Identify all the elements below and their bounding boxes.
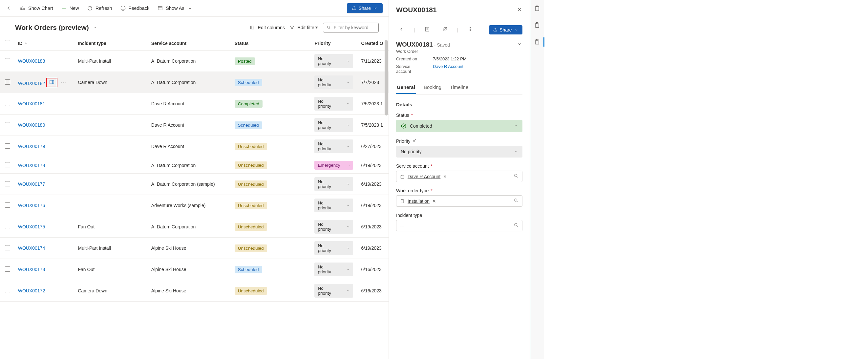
column-status[interactable]: Status (232, 36, 312, 51)
tab-timeline[interactable]: Timeline (449, 81, 469, 94)
panel-open-record-button[interactable] (422, 24, 433, 35)
filter-input[interactable] (334, 25, 375, 30)
priority-cell[interactable]: No priority (314, 220, 353, 234)
open-side-panel-button[interactable] (46, 78, 57, 87)
rail-item-1[interactable] (534, 5, 540, 13)
priority-cell[interactable]: No priority (314, 140, 353, 153)
work-order-id-link[interactable]: WOUX00178 (18, 163, 45, 168)
work-order-id-link[interactable]: WOUX00172 (18, 288, 45, 293)
priority-cell[interactable]: No priority (314, 54, 353, 68)
select-all-checkbox[interactable] (5, 40, 10, 45)
service-account-value[interactable]: Dave R Account (408, 174, 440, 179)
show-chart-button[interactable]: Show Chart (20, 5, 53, 11)
priority-cell[interactable]: Emergency (314, 161, 353, 170)
priority-cell[interactable]: No priority (314, 97, 353, 111)
tab-booking[interactable]: Booking (423, 81, 442, 94)
priority-cell[interactable]: No priority (314, 177, 353, 191)
view-selector[interactable]: Work Orders (preview) (15, 24, 97, 31)
table-row[interactable]: WOUX00172 Camera Down Alpine Ski House U… (0, 280, 389, 302)
table-row[interactable]: WOUX00175 Fan Out A. Datum Corporation U… (0, 216, 389, 238)
row-checkbox[interactable] (5, 181, 10, 186)
table-row[interactable]: WOUX00179 Dave R Account Unscheduled No … (0, 136, 389, 157)
panel-more-button[interactable] (465, 24, 476, 35)
priority-cell[interactable]: No priority (314, 241, 353, 255)
service-account-meta-link[interactable]: Dave R Account (433, 64, 463, 74)
work-order-id-link[interactable]: WOUX00181 (18, 101, 45, 106)
table-row[interactable]: WOUX00177 A. Datum Corporation (sample) … (0, 174, 389, 195)
work-order-id-link[interactable]: WOUX00183 (18, 58, 45, 64)
table-row[interactable]: WOUX00176 Adventure Works (sample) Unsch… (0, 195, 389, 216)
row-checkbox[interactable] (5, 143, 10, 149)
filter-box[interactable] (323, 23, 379, 32)
row-checkbox[interactable] (5, 58, 10, 63)
chevron-down-icon (514, 28, 519, 32)
column-service-account[interactable]: Service account (149, 36, 232, 51)
account-icon (400, 174, 405, 179)
column-incident-type[interactable]: Incident type (75, 36, 148, 51)
table-row[interactable]: WOUX00180 Dave R Account Scheduled No pr… (0, 115, 389, 136)
refresh-button[interactable]: Refresh (87, 5, 112, 11)
row-checkbox[interactable] (5, 122, 10, 127)
row-checkbox[interactable] (5, 80, 10, 85)
work-order-id-link[interactable]: WOUX00174 (18, 245, 45, 251)
remove-work-order-type[interactable]: ✕ (432, 199, 436, 204)
priority-cell[interactable]: No priority (314, 263, 353, 276)
edit-filters-button[interactable]: Edit filters (289, 25, 318, 30)
column-created-on[interactable]: Created O (359, 36, 389, 51)
panel-share-button[interactable]: Share (489, 25, 522, 34)
work-order-id-link[interactable]: WOUX00173 (18, 267, 45, 272)
row-checkbox[interactable] (5, 224, 10, 229)
work-order-type-lookup[interactable]: Installation ✕ (396, 195, 522, 207)
work-order-type-value[interactable]: Installation (408, 199, 430, 204)
work-order-id-link[interactable]: WOUX00175 (18, 224, 45, 229)
incident-type-lookup[interactable]: --- (396, 220, 522, 231)
feedback-button[interactable]: Feedback (120, 5, 150, 11)
table-row[interactable]: WOUX00174 Multi-Part Install Alpine Ski … (0, 238, 389, 259)
row-checkbox[interactable] (5, 203, 10, 208)
rail-item-3[interactable] (534, 39, 540, 46)
row-checkbox[interactable] (5, 162, 10, 167)
priority-cell[interactable]: No priority (314, 76, 353, 89)
table-row[interactable]: WOUX00178 A. Datum Corporation Unschedul… (0, 157, 389, 174)
tab-general[interactable]: General (396, 81, 416, 94)
work-order-id-link[interactable]: WOUX00179 (18, 144, 45, 149)
row-checkbox[interactable] (5, 288, 10, 293)
table-row[interactable]: WOUX00182 ··· Camera Down A. Datum Corpo… (0, 72, 389, 93)
status-field[interactable]: Completed (396, 120, 522, 132)
lookup-search-icon[interactable] (514, 198, 519, 204)
panel-back-button[interactable] (396, 24, 407, 35)
row-checkbox[interactable] (5, 245, 10, 250)
row-checkbox[interactable] (5, 266, 10, 272)
column-id[interactable]: ID (16, 36, 75, 51)
row-checkbox[interactable] (5, 101, 10, 106)
priority-field[interactable]: No priority (396, 146, 522, 157)
rail-item-2[interactable] (534, 22, 540, 30)
edit-columns-button[interactable]: Edit columns (250, 25, 285, 30)
new-button[interactable]: New (61, 5, 79, 11)
work-order-id-link[interactable]: WOUX00176 (18, 203, 45, 208)
show-as-button[interactable]: Show As (157, 5, 193, 11)
lookup-search-icon[interactable] (514, 222, 519, 229)
lookup-search-icon[interactable] (514, 173, 519, 179)
remove-service-account[interactable]: ✕ (443, 174, 447, 179)
work-order-id-link[interactable]: WOUX00180 (18, 122, 45, 128)
priority-cell[interactable]: No priority (314, 199, 353, 212)
priority-cell[interactable]: No priority (314, 284, 353, 298)
back-button[interactable] (6, 5, 12, 11)
work-order-id-link[interactable]: WOUX00177 (18, 181, 45, 187)
close-panel-button[interactable] (517, 6, 522, 13)
header-collapse-toggle[interactable] (517, 41, 522, 48)
priority-cell[interactable]: No priority (314, 118, 353, 132)
service-account-lookup[interactable]: Dave R Account ✕ (396, 171, 522, 182)
scrollbar[interactable] (384, 40, 388, 116)
work-order-id-link[interactable]: WOUX00182 (18, 81, 45, 86)
status-badge: Unscheduled (235, 202, 267, 209)
table-row[interactable]: WOUX00181 Dave R Account Completed No pr… (0, 93, 389, 115)
panel-popout-button[interactable] (439, 24, 451, 35)
status-badge: Completed (235, 100, 262, 108)
row-more-button[interactable]: ··· (61, 80, 67, 85)
table-row[interactable]: WOUX00173 Fan Out Alpine Ski House Sched… (0, 259, 389, 280)
column-priority[interactable]: Priority (312, 36, 359, 51)
table-row[interactable]: WOUX00183 Multi-Part Install A. Datum Co… (0, 51, 389, 72)
share-button[interactable]: Share (347, 3, 383, 13)
